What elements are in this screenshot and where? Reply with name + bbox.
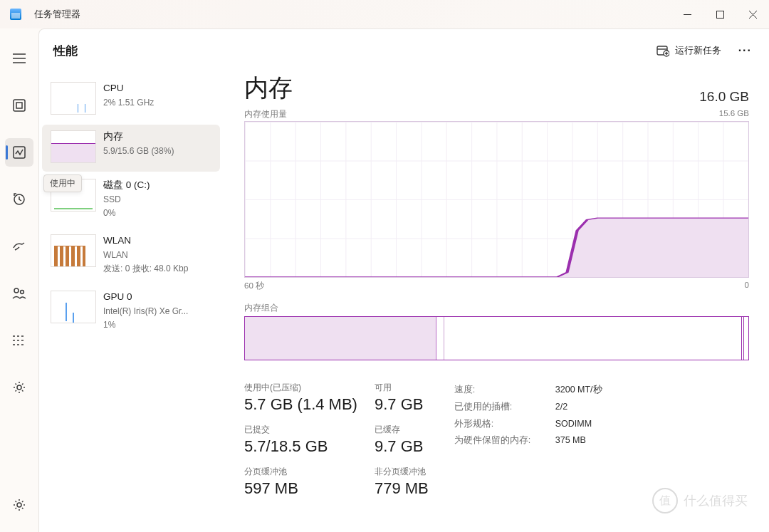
sidebar-item-label: GPU 0: [103, 291, 188, 304]
nav-rail: [0, 28, 38, 532]
stat-value: 9.7 GB: [375, 437, 429, 456]
stat-value: 779 MB: [375, 479, 429, 498]
wlan-thumb: [51, 234, 96, 267]
sidebar-item-gpu[interactable]: GPU 0 Intel(R) Iris(R) Xe Gr... 1%: [42, 285, 220, 339]
sidebar-item-wlan[interactable]: WLAN WLAN 发送: 0 接收: 48.0 Kbp: [42, 229, 220, 283]
sidebar-item-cpu[interactable]: CPU 2% 1.51 GHz: [42, 76, 220, 123]
maximize-button[interactable]: [703, 0, 736, 28]
tooltip: 使用中: [43, 174, 82, 192]
sidebar-item-sub: SSD: [103, 194, 150, 206]
app-title: 任务管理器: [34, 9, 80, 21]
detail-val: 375 MB: [555, 432, 586, 449]
run-new-task-button[interactable]: 运行新任务: [649, 40, 728, 61]
gpu-thumb: [51, 291, 96, 323]
sidebar-item-sub2: 0%: [103, 207, 150, 219]
detail-title: 内存: [244, 72, 293, 105]
main-panel: 内存 16.0 GB 内存使用量 15.6 GB 60 秒 0: [224, 72, 769, 532]
chart-line: [245, 122, 748, 277]
detail-val: SODIMM: [555, 416, 592, 433]
nav-processes[interactable]: [5, 91, 33, 120]
stat-value: 5.7/18.5 GB: [244, 437, 357, 456]
svg-point-8: [17, 503, 21, 507]
stat-label: 可用: [375, 382, 429, 394]
page-header: 性能 运行新任务 ···: [39, 29, 769, 72]
composition-label: 内存组合: [244, 303, 749, 313]
sidebar-item-sub: 2% 1.51 GHz: [103, 97, 154, 109]
chart-x-right: 0: [745, 281, 749, 291]
chart-x-left: 60 秒: [244, 281, 264, 291]
nav-performance[interactable]: [5, 138, 33, 167]
memory-composition-chart[interactable]: [244, 316, 749, 360]
details-list: 速度:3200 MT/秒 已使用的插槽:2/2 外形规格:SODIMM 为硬件保…: [454, 382, 602, 498]
sidebar-item-label: WLAN: [103, 234, 188, 248]
chart-y-max: 15.6 GB: [719, 109, 749, 120]
nav-services[interactable]: [5, 373, 33, 402]
svg-rect-2: [16, 103, 22, 108]
memory-usage-chart[interactable]: [244, 121, 749, 278]
sidebar-item-sub: WLAN: [103, 249, 188, 261]
run-task-label: 运行新任务: [675, 44, 721, 57]
nav-users[interactable]: [5, 279, 33, 308]
composition-used: [245, 317, 436, 360]
sidebar-item-label: 磁盘 0 (C:): [103, 179, 150, 192]
stat-label: 使用中(已压缩): [244, 382, 357, 394]
titlebar: 任务管理器: [0, 0, 769, 28]
stat-label: 已提交: [244, 424, 357, 436]
memory-thumb: [51, 130, 96, 163]
sidebar-item-memory[interactable]: 内存 5.9/15.6 GB (38%): [42, 125, 220, 172]
svg-point-7: [17, 385, 21, 390]
stats-grid: 使用中(已压缩) 5.7 GB (1.4 MB) 可用 9.7 GB 已提交 5…: [244, 382, 429, 498]
cpu-thumb: [51, 82, 96, 115]
stat-value: 9.7 GB: [375, 395, 429, 414]
more-button[interactable]: ···: [736, 40, 755, 61]
svg-rect-1: [14, 100, 25, 111]
stat-label: 非分页缓冲池: [375, 466, 429, 478]
detail-val: 3200 MT/秒: [555, 382, 602, 399]
chart-y-label: 内存使用量: [244, 109, 287, 120]
minimize-button[interactable]: [671, 0, 703, 28]
window-controls: [671, 0, 769, 28]
svg-point-6: [21, 291, 24, 294]
run-task-icon: [656, 44, 669, 57]
stat-label: 已缓存: [375, 424, 429, 436]
app-icon: [10, 9, 21, 20]
page-title: 性能: [53, 43, 78, 59]
stat-value: 597 MB: [244, 479, 357, 498]
svg-point-5: [14, 288, 19, 293]
composition-reserved: [741, 317, 744, 360]
detail-key: 速度:: [454, 382, 538, 399]
detail-val: 2/2: [555, 399, 567, 416]
nav-app-history[interactable]: [5, 185, 33, 214]
sidebar-item-sub: Intel(R) Iris(R) Xe Gr...: [103, 306, 188, 318]
close-button[interactable]: [736, 0, 769, 28]
svg-rect-0: [716, 11, 723, 18]
stat-value: 5.7 GB (1.4 MB): [244, 395, 357, 414]
detail-key: 外形规格:: [454, 416, 538, 433]
sidebar-item-label: CPU: [103, 82, 154, 95]
detail-capacity: 16.0 GB: [699, 89, 749, 105]
perf-sidebar: CPU 2% 1.51 GHz 内存 5.9/15.6 GB (38%) 使用中: [39, 72, 224, 532]
detail-key: 为硬件保留的内存:: [454, 432, 538, 449]
nav-startup[interactable]: [5, 232, 33, 261]
sidebar-item-sub2: 1%: [103, 319, 188, 331]
sidebar-item-sub: 5.9/15.6 GB (38%): [103, 145, 174, 157]
sidebar-item-sub2: 发送: 0 接收: 48.0 Kbp: [103, 263, 188, 275]
composition-sep: [444, 317, 444, 360]
detail-key: 已使用的插槽:: [454, 399, 538, 416]
settings-button[interactable]: [5, 491, 33, 519]
stat-label: 分页缓冲池: [244, 466, 357, 478]
hamburger-button[interactable]: [5, 44, 33, 73]
sidebar-item-label: 内存: [103, 130, 174, 144]
nav-details[interactable]: [5, 326, 33, 355]
